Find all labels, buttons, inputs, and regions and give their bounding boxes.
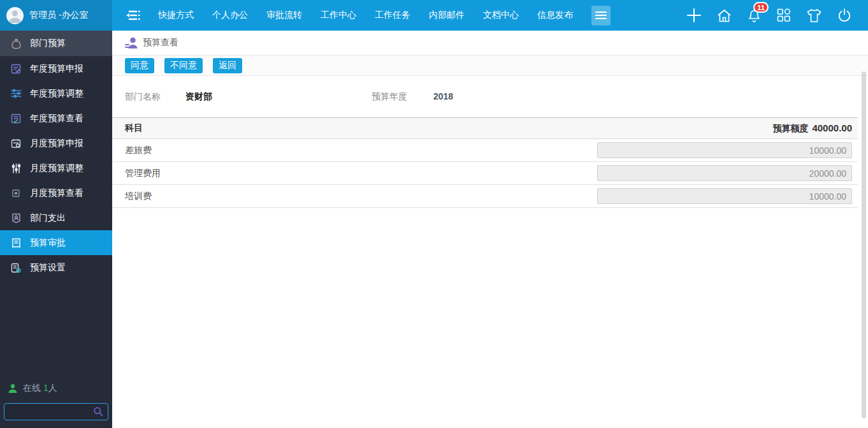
menu-fold-icon[interactable] — [126, 9, 141, 22]
online-status: 在线 1人 — [0, 383, 112, 394]
sidebar-item-monthly-budget-declare[interactable]: 月度预算申报 — [0, 131, 112, 156]
scrollbar-thumb[interactable] — [862, 71, 866, 418]
sidebar-item-label: 月度预算申报 — [30, 138, 83, 149]
bell-icon[interactable]: 11 — [747, 8, 762, 23]
main-content: 预算查看 同意 不同意 返回 部门名称 资财部 预算年度 2018 科目 预算额… — [112, 31, 868, 428]
online-count: 1 — [43, 383, 48, 393]
nav-personal-office[interactable]: 个人办公 — [212, 10, 248, 21]
sidebar-item-label: 预算审批 — [30, 237, 66, 249]
online-person-icon — [8, 383, 18, 394]
sidebar-item-label: 部门预算 — [30, 38, 66, 49]
nav-work-tasks[interactable]: 工作任务 — [375, 10, 410, 21]
top-navigation: 快捷方式 个人办公 审批流转 工作中心 工作任务 内部邮件 文档中心 信息发布 — [158, 10, 591, 21]
app-window: 管理员 -办公室 快捷方式 个人办公 审批流转 工作中心 工作任务 内 — [0, 0, 868, 428]
nav-internal-mail[interactable]: 内部邮件 — [429, 10, 465, 21]
nav-work-center[interactable]: 工作中心 — [321, 10, 356, 21]
amount-input[interactable] — [597, 142, 852, 158]
nav-shortcuts[interactable]: 快捷方式 — [158, 10, 194, 21]
person-icon — [6, 7, 24, 24]
nav-document-center[interactable]: 文档中心 — [483, 10, 519, 21]
budget-year-value: 2018 — [433, 91, 453, 101]
sidebar-item-dept-budget[interactable]: 部门预算 — [0, 31, 112, 56]
sidebar-item-budget-approval[interactable]: 预算审批 — [0, 230, 112, 255]
approve-doc-icon — [9, 238, 23, 248]
theme-shirt-icon[interactable] — [806, 8, 822, 23]
sidebar-item-label: 年度预算查看 — [30, 113, 83, 124]
modules-grid-icon[interactable] — [777, 8, 791, 22]
budget-form-header: 部门名称 资财部 预算年度 2018 — [112, 76, 858, 118]
subject-name: 管理费用 — [125, 168, 597, 179]
user-menu[interactable]: 管理员 -办公室 — [0, 0, 112, 31]
subject-name: 差旅费 — [125, 145, 597, 156]
table-row: 差旅费 — [112, 139, 858, 162]
sidebar-item-annual-budget-view[interactable]: 年度预算查看 — [0, 106, 112, 131]
sidebar-item-dept-expense[interactable]: 部门支出 — [0, 205, 112, 230]
sidebar-item-annual-budget-adjust[interactable]: 年度预算调整 — [0, 81, 112, 106]
table-row: 管理费用 — [112, 162, 858, 185]
sidebar-item-label: 预算设置 — [30, 262, 66, 274]
dept-name-label: 部门名称 — [125, 91, 161, 103]
agree-button[interactable]: 同意 — [125, 58, 154, 73]
sliders-v-icon — [9, 163, 23, 173]
settings-doc-icon — [9, 263, 23, 273]
notification-badge: 11 — [753, 2, 769, 13]
sliders-h-icon — [9, 89, 23, 98]
subject-name: 培训费 — [125, 191, 597, 202]
sidebar-item-label: 月度预算调整 — [30, 163, 83, 174]
doc-edit-icon — [9, 64, 23, 74]
nav-approval-flow[interactable]: 审批流转 — [266, 10, 302, 21]
money-bag-icon — [9, 38, 23, 49]
topbar: 管理员 -办公室 快捷方式 个人办公 审批流转 工作中心 工作任务 内 — [0, 0, 868, 31]
user-name: 管理员 -办公室 — [29, 10, 89, 21]
expense-badge-icon — [9, 213, 23, 223]
search-icon[interactable] — [93, 406, 103, 417]
nav-info-publish[interactable]: 信息发布 — [537, 10, 573, 21]
user-list-icon — [125, 37, 138, 49]
breadcrumb: 预算查看 — [112, 31, 868, 55]
amount-input[interactable] — [597, 188, 852, 204]
apps-menu-icon[interactable] — [591, 6, 611, 26]
sidebar-item-annual-budget-declare[interactable]: 年度预算申报 — [0, 56, 112, 81]
sidebar-item-label: 年度预算调整 — [30, 88, 83, 100]
toolbar: 同意 不同意 返回 — [112, 55, 868, 76]
home-icon[interactable] — [717, 8, 732, 23]
sidebar: 部门预算 年度预算申报 — [0, 31, 112, 428]
topbar-actions: 11 — [671, 8, 868, 23]
subject-column-header: 科目 — [125, 122, 143, 134]
doc-view-icon — [9, 114, 23, 124]
sidebar-item-budget-settings[interactable]: 预算设置 — [0, 255, 112, 280]
power-icon[interactable] — [837, 8, 851, 23]
budget-total-value: 40000.00 — [812, 122, 852, 133]
budget-year-label: 预算年度 — [372, 91, 407, 103]
month-view-icon — [9, 189, 23, 197]
back-button[interactable]: 返回 — [213, 58, 242, 73]
sidebar-item-label: 部门支出 — [30, 212, 66, 224]
online-label: 在线 1人 — [23, 383, 57, 394]
page-title: 预算查看 — [143, 37, 178, 48]
budget-total: 预算额度40000.00 — [772, 122, 852, 135]
amount-input[interactable] — [597, 165, 852, 181]
table-row: 培训费 — [112, 185, 858, 208]
month-report-icon — [9, 138, 23, 149]
dept-name-value: 资财部 — [185, 91, 212, 103]
sidebar-item-monthly-budget-adjust[interactable]: 月度预算调整 — [0, 156, 112, 181]
sidebar-search — [4, 403, 108, 420]
sidebar-footer: 在线 1人 — [0, 383, 112, 420]
sidebar-item-monthly-budget-view[interactable]: 月度预算查看 — [0, 181, 112, 205]
avatar — [6, 7, 24, 24]
subject-table-header: 科目 预算额度40000.00 — [112, 118, 858, 139]
sidebar-item-label: 年度预算申报 — [30, 63, 83, 75]
plus-icon[interactable] — [686, 8, 702, 23]
sidebar-item-label: 月度预算查看 — [30, 188, 83, 199]
disagree-button[interactable]: 不同意 — [164, 58, 203, 73]
